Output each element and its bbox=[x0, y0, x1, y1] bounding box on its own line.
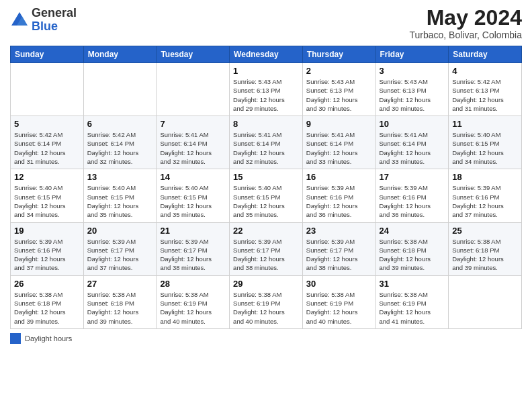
day-number: 6 bbox=[87, 119, 153, 129]
day-number: 17 bbox=[380, 172, 445, 182]
day-number: 2 bbox=[306, 66, 372, 76]
calendar-day-cell: 14Sunrise: 5:40 AM Sunset: 6:15 PM Dayli… bbox=[157, 169, 230, 222]
day-info: Sunrise: 5:38 AM Sunset: 6:18 PM Dayligh… bbox=[14, 290, 80, 326]
day-info: Sunrise: 5:39 AM Sunset: 6:16 PM Dayligh… bbox=[14, 237, 80, 273]
calendar-day-cell: 17Sunrise: 5:39 AM Sunset: 6:16 PM Dayli… bbox=[375, 169, 449, 222]
calendar-day-cell: 26Sunrise: 5:38 AM Sunset: 6:18 PM Dayli… bbox=[11, 275, 84, 328]
day-number: 4 bbox=[452, 66, 518, 76]
daylight-color-box bbox=[10, 333, 21, 344]
calendar-day-cell: 24Sunrise: 5:38 AM Sunset: 6:18 PM Dayli… bbox=[375, 222, 449, 275]
day-info: Sunrise: 5:42 AM Sunset: 6:13 PM Dayligh… bbox=[452, 77, 518, 113]
day-info: Sunrise: 5:39 AM Sunset: 6:17 PM Dayligh… bbox=[306, 237, 372, 273]
calendar-day-cell: 1Sunrise: 5:43 AM Sunset: 6:13 PM Daylig… bbox=[230, 63, 303, 116]
day-number: 29 bbox=[233, 279, 299, 289]
day-number: 18 bbox=[452, 172, 518, 182]
calendar-week-row: 26Sunrise: 5:38 AM Sunset: 6:18 PM Dayli… bbox=[11, 275, 522, 328]
day-info: Sunrise: 5:38 AM Sunset: 6:18 PM Dayligh… bbox=[87, 290, 153, 326]
calendar-day-cell: 31Sunrise: 5:38 AM Sunset: 6:19 PM Dayli… bbox=[375, 275, 449, 328]
day-info: Sunrise: 5:40 AM Sunset: 6:15 PM Dayligh… bbox=[87, 183, 153, 219]
day-info: Sunrise: 5:41 AM Sunset: 6:14 PM Dayligh… bbox=[380, 130, 445, 166]
calendar-day-cell: 23Sunrise: 5:39 AM Sunset: 6:17 PM Dayli… bbox=[302, 222, 375, 275]
calendar-day-cell: 6Sunrise: 5:42 AM Sunset: 6:14 PM Daylig… bbox=[83, 116, 157, 169]
day-info: Sunrise: 5:38 AM Sunset: 6:19 PM Dayligh… bbox=[233, 290, 299, 326]
calendar-day-cell: 19Sunrise: 5:39 AM Sunset: 6:16 PM Dayli… bbox=[11, 222, 84, 275]
day-number: 22 bbox=[233, 226, 299, 236]
day-number: 8 bbox=[233, 119, 299, 129]
calendar-week-row: 5Sunrise: 5:42 AM Sunset: 6:14 PM Daylig… bbox=[11, 116, 522, 169]
calendar-day-cell: 28Sunrise: 5:38 AM Sunset: 6:19 PM Dayli… bbox=[157, 275, 230, 328]
header-friday: Friday bbox=[375, 46, 449, 63]
day-info: Sunrise: 5:39 AM Sunset: 6:17 PM Dayligh… bbox=[160, 237, 226, 273]
calendar-day-cell: 29Sunrise: 5:38 AM Sunset: 6:19 PM Dayli… bbox=[230, 275, 303, 328]
calendar-day-cell: 22Sunrise: 5:39 AM Sunset: 6:17 PM Dayli… bbox=[230, 222, 303, 275]
calendar-day-cell bbox=[157, 63, 230, 116]
day-info: Sunrise: 5:42 AM Sunset: 6:14 PM Dayligh… bbox=[14, 130, 80, 166]
calendar-day-cell: 30Sunrise: 5:38 AM Sunset: 6:19 PM Dayli… bbox=[302, 275, 375, 328]
day-number: 10 bbox=[380, 119, 445, 129]
month-title: May 2024 bbox=[409, 7, 522, 28]
day-info: Sunrise: 5:38 AM Sunset: 6:18 PM Dayligh… bbox=[380, 237, 445, 273]
header-wednesday: Wednesday bbox=[230, 46, 303, 63]
day-info: Sunrise: 5:39 AM Sunset: 6:16 PM Dayligh… bbox=[380, 183, 445, 219]
calendar-day-cell: 16Sunrise: 5:39 AM Sunset: 6:16 PM Dayli… bbox=[302, 169, 375, 222]
day-number: 7 bbox=[160, 119, 226, 129]
day-info: Sunrise: 5:40 AM Sunset: 6:15 PM Dayligh… bbox=[160, 183, 226, 219]
day-number: 23 bbox=[306, 226, 372, 236]
logo-blue-text: Blue bbox=[32, 19, 58, 33]
day-number: 15 bbox=[233, 172, 299, 182]
calendar-week-row: 12Sunrise: 5:40 AM Sunset: 6:15 PM Dayli… bbox=[11, 169, 522, 222]
calendar-day-cell: 5Sunrise: 5:42 AM Sunset: 6:14 PM Daylig… bbox=[11, 116, 84, 169]
day-number: 5 bbox=[14, 119, 80, 129]
calendar-day-cell: 12Sunrise: 5:40 AM Sunset: 6:15 PM Dayli… bbox=[11, 169, 84, 222]
calendar-day-cell: 13Sunrise: 5:40 AM Sunset: 6:15 PM Dayli… bbox=[83, 169, 157, 222]
page: General Blue May 2024 Turbaco, Bolivar, … bbox=[0, 0, 532, 411]
day-number: 11 bbox=[452, 119, 518, 129]
day-info: Sunrise: 5:41 AM Sunset: 6:14 PM Dayligh… bbox=[233, 130, 299, 166]
day-info: Sunrise: 5:39 AM Sunset: 6:16 PM Dayligh… bbox=[306, 183, 372, 219]
day-info: Sunrise: 5:39 AM Sunset: 6:17 PM Dayligh… bbox=[87, 237, 153, 273]
day-number: 16 bbox=[306, 172, 372, 182]
day-info: Sunrise: 5:38 AM Sunset: 6:18 PM Dayligh… bbox=[452, 237, 518, 273]
day-number: 14 bbox=[160, 172, 226, 182]
day-info: Sunrise: 5:41 AM Sunset: 6:14 PM Dayligh… bbox=[306, 130, 372, 166]
day-number: 21 bbox=[160, 226, 226, 236]
calendar-day-cell: 8Sunrise: 5:41 AM Sunset: 6:14 PM Daylig… bbox=[230, 116, 303, 169]
header-tuesday: Tuesday bbox=[157, 46, 230, 63]
day-number: 13 bbox=[87, 172, 153, 182]
day-number: 26 bbox=[14, 279, 80, 289]
footer: Daylight hours bbox=[10, 333, 522, 344]
day-number: 12 bbox=[14, 172, 80, 182]
day-number: 30 bbox=[306, 279, 372, 289]
day-number: 28 bbox=[160, 279, 226, 289]
calendar-day-cell bbox=[83, 63, 157, 116]
calendar-week-row: 19Sunrise: 5:39 AM Sunset: 6:16 PM Dayli… bbox=[11, 222, 522, 275]
calendar-day-cell: 4Sunrise: 5:42 AM Sunset: 6:13 PM Daylig… bbox=[449, 63, 522, 116]
daylight-label: Daylight hours bbox=[25, 334, 72, 342]
day-info: Sunrise: 5:38 AM Sunset: 6:19 PM Dayligh… bbox=[306, 290, 372, 326]
day-info: Sunrise: 5:43 AM Sunset: 6:13 PM Dayligh… bbox=[306, 77, 372, 113]
header: General Blue May 2024 Turbaco, Bolivar, … bbox=[10, 7, 522, 40]
logo: General Blue bbox=[10, 7, 77, 34]
calendar-day-cell: 10Sunrise: 5:41 AM Sunset: 6:14 PM Dayli… bbox=[375, 116, 449, 169]
calendar-day-cell: 11Sunrise: 5:40 AM Sunset: 6:15 PM Dayli… bbox=[449, 116, 522, 169]
calendar-day-cell: 27Sunrise: 5:38 AM Sunset: 6:18 PM Dayli… bbox=[83, 275, 157, 328]
day-info: Sunrise: 5:40 AM Sunset: 6:15 PM Dayligh… bbox=[14, 183, 80, 219]
day-number: 31 bbox=[380, 279, 445, 289]
day-info: Sunrise: 5:43 AM Sunset: 6:13 PM Dayligh… bbox=[233, 77, 299, 113]
day-info: Sunrise: 5:38 AM Sunset: 6:19 PM Dayligh… bbox=[380, 290, 445, 326]
calendar-day-cell: 20Sunrise: 5:39 AM Sunset: 6:17 PM Dayli… bbox=[83, 222, 157, 275]
title-block: May 2024 Turbaco, Bolivar, Colombia bbox=[409, 7, 522, 40]
day-info: Sunrise: 5:40 AM Sunset: 6:15 PM Dayligh… bbox=[452, 130, 518, 166]
day-number: 1 bbox=[233, 66, 299, 76]
day-info: Sunrise: 5:39 AM Sunset: 6:17 PM Dayligh… bbox=[233, 237, 299, 273]
weekday-header-row: Sunday Monday Tuesday Wednesday Thursday… bbox=[11, 46, 522, 63]
header-sunday: Sunday bbox=[11, 46, 84, 63]
day-info: Sunrise: 5:42 AM Sunset: 6:14 PM Dayligh… bbox=[87, 130, 153, 166]
location-subtitle: Turbaco, Bolivar, Colombia bbox=[409, 30, 522, 40]
day-number: 19 bbox=[14, 226, 80, 236]
day-info: Sunrise: 5:40 AM Sunset: 6:15 PM Dayligh… bbox=[233, 183, 299, 219]
calendar-day-cell: 18Sunrise: 5:39 AM Sunset: 6:16 PM Dayli… bbox=[449, 169, 522, 222]
day-info: Sunrise: 5:39 AM Sunset: 6:16 PM Dayligh… bbox=[452, 183, 518, 219]
calendar-day-cell: 3Sunrise: 5:43 AM Sunset: 6:13 PM Daylig… bbox=[375, 63, 449, 116]
calendar-day-cell: 21Sunrise: 5:39 AM Sunset: 6:17 PM Dayli… bbox=[157, 222, 230, 275]
